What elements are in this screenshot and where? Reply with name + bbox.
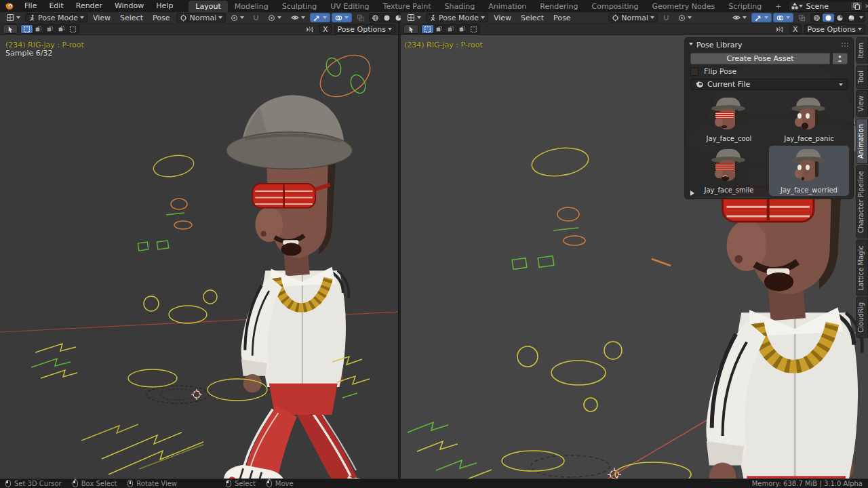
- shading-wireframe-button[interactable]: [370, 14, 381, 22]
- shading-solid-button[interactable]: [823, 14, 834, 22]
- unlink-scene-button[interactable]: [863, 3, 868, 9]
- object-type-visibility-button[interactable]: [729, 13, 750, 22]
- panel-drag-grip-icon[interactable]: [841, 42, 849, 47]
- shading-material-button[interactable]: [834, 14, 846, 22]
- pose-mirror-icon[interactable]: [772, 24, 787, 34]
- snap-toggle[interactable]: [659, 13, 673, 22]
- pivot-point-button[interactable]: [227, 13, 248, 22]
- sidebar-tab[interactable]: Character Pipeline: [856, 165, 868, 239]
- menubar-item[interactable]: Edit: [43, 0, 69, 12]
- sidebar-tab[interactable]: Tool: [856, 65, 868, 89]
- workspace-tab[interactable]: +: [768, 1, 788, 12]
- workspace-tab[interactable]: Layout: [189, 1, 227, 12]
- pose-asset-item[interactable]: Jay_face_panic: [769, 94, 849, 144]
- workspace-tab[interactable]: Shading: [438, 1, 482, 12]
- editor-type-button[interactable]: [403, 13, 425, 22]
- transform-orientation-select[interactable]: Normal: [608, 13, 658, 22]
- mouse-button-icon: [73, 480, 78, 487]
- shading-wireframe-button[interactable]: [811, 14, 823, 22]
- select-mode-extend-button[interactable]: [44, 25, 56, 33]
- gizmos-toggle[interactable]: [751, 13, 772, 22]
- select-menu[interactable]: Select: [517, 14, 548, 22]
- select-mode-tweak-button[interactable]: [21, 25, 33, 33]
- workspace-tab[interactable]: Compositing: [585, 1, 646, 12]
- menubar-item[interactable]: Render: [70, 0, 108, 12]
- scene-selector[interactable]: Scene: [788, 1, 868, 12]
- workspace-tab[interactable]: Geometry Nodes: [645, 1, 722, 12]
- pose-asset-item[interactable]: Jay_face_worried: [769, 146, 849, 196]
- sidebar-tab[interactable]: Lattice Magic: [856, 240, 868, 296]
- proportional-edit-toggle[interactable]: [264, 13, 285, 22]
- asset-library-select[interactable]: Current File: [690, 79, 848, 90]
- select-mode-extend-button[interactable]: [445, 25, 456, 33]
- select-mode-subtract-button[interactable]: [456, 25, 468, 33]
- blender-logo-icon[interactable]: [4, 2, 14, 11]
- xray-toggle[interactable]: [353, 13, 368, 22]
- shading-dropdown[interactable]: [857, 14, 865, 22]
- editor-type-button[interactable]: [3, 13, 24, 22]
- pose-asset-item[interactable]: Jay_face_cool: [689, 94, 769, 144]
- mode-select[interactable]: Pose Mode: [25, 13, 87, 22]
- pose-asset-thumbnail: [707, 98, 751, 133]
- pose-library-header[interactable]: Pose Library: [685, 38, 853, 52]
- pose-mirror-icon[interactable]: [302, 24, 317, 34]
- pose-asset-item[interactable]: Jay_face_smile: [689, 146, 769, 196]
- gizmos-toggle[interactable]: [310, 13, 330, 22]
- mirror-x-toggle[interactable]: X: [789, 24, 802, 34]
- active-tool-button[interactable]: [403, 24, 418, 34]
- pose-menu[interactable]: Pose: [549, 14, 574, 22]
- transform-orientation-select[interactable]: Normal: [176, 13, 226, 22]
- scene-name: Scene: [803, 2, 850, 11]
- menubar-item[interactable]: File: [18, 0, 43, 12]
- viewport-right: Pose Mode View Select Pose Normal: [401, 12, 868, 479]
- sidebar-tab[interactable]: CloudRig: [856, 297, 868, 338]
- create-pose-asset-button[interactable]: Create Pose Asset: [690, 53, 830, 64]
- status-hint: Select: [226, 480, 256, 487]
- status-hint: Rotate View: [127, 480, 177, 487]
- select-mode-intersect-button[interactable]: [67, 25, 79, 33]
- pose-asset-name: Jay_face_smile: [692, 186, 766, 194]
- menubar-item[interactable]: Help: [150, 0, 179, 12]
- new-scene-button[interactable]: [850, 1, 863, 11]
- select-mode-tweak-button[interactable]: [422, 25, 433, 33]
- shading-solid-button[interactable]: [381, 14, 393, 22]
- pose-menu[interactable]: Pose: [149, 14, 174, 22]
- overlays-toggle[interactable]: [332, 13, 352, 22]
- view-menu[interactable]: View: [490, 14, 515, 22]
- select-mode-subtract-button[interactable]: [56, 25, 67, 33]
- pose-options-dropdown[interactable]: Pose Options: [804, 24, 865, 34]
- xray-toggle[interactable]: [795, 13, 809, 22]
- select-mode-intersect-button[interactable]: [468, 25, 479, 33]
- workspace-tab[interactable]: Animation: [481, 1, 533, 12]
- workspace-tab[interactable]: Rendering: [533, 1, 585, 12]
- mode-select[interactable]: Pose Mode: [426, 13, 488, 22]
- mirror-x-toggle[interactable]: X: [319, 24, 332, 34]
- sidebar-tab[interactable]: Item: [856, 37, 868, 64]
- select-mode-new-button[interactable]: [33, 25, 44, 33]
- snap-toggle[interactable]: [249, 13, 263, 22]
- flip-pose-checkbox[interactable]: [690, 68, 698, 76]
- workspace-tab[interactable]: Sculpting: [275, 1, 323, 12]
- workspace-tab[interactable]: Texture Paint: [376, 1, 438, 12]
- menubar-item[interactable]: Window: [108, 0, 150, 12]
- workspace-tab[interactable]: Modeling: [228, 1, 275, 12]
- select-menu[interactable]: Select: [116, 14, 147, 22]
- workspace-tab[interactable]: UV Editing: [323, 1, 376, 12]
- overlays-toggle[interactable]: [773, 13, 793, 22]
- proportional-edit-toggle[interactable]: [675, 13, 695, 22]
- pose-asset-icon-button[interactable]: [833, 53, 848, 64]
- sidebar-tab[interactable]: View: [856, 90, 868, 117]
- active-tool-button[interactable]: [3, 24, 18, 34]
- viewport-left-toolbar: X Pose Options: [0, 24, 398, 35]
- workspace-tab[interactable]: Scripting: [722, 1, 768, 12]
- 3d-viewport-canvas-left[interactable]: (234) RIG-jay : P-root Sample 6/32: [0, 35, 398, 479]
- pose-options-dropdown[interactable]: Pose Options: [334, 24, 395, 34]
- select-mode-new-button[interactable]: [433, 25, 445, 33]
- sidebar-tab[interactable]: Animation: [856, 119, 868, 164]
- scene-left: [0, 35, 398, 479]
- shading-rendered-button[interactable]: [846, 14, 857, 22]
- topbar-right: Scene View Layer: [788, 1, 868, 12]
- view-menu[interactable]: View: [89, 14, 115, 22]
- object-type-visibility-button[interactable]: [288, 13, 309, 22]
- panel-resize-arrow-icon[interactable]: [690, 190, 694, 196]
